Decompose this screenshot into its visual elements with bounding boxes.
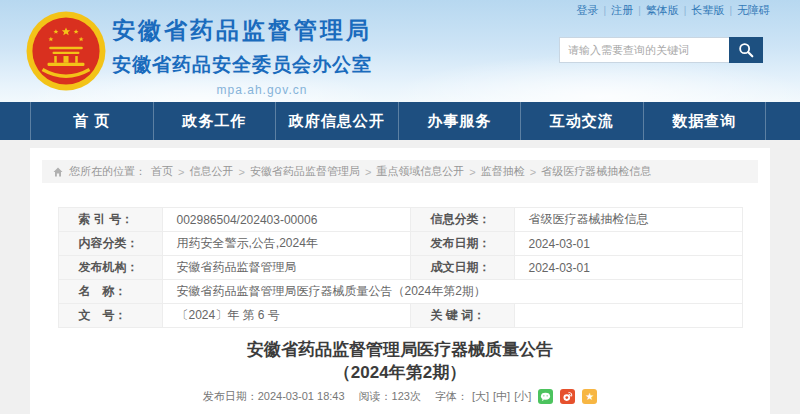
breadcrumb-item-home[interactable]: 首页 [151,164,173,179]
nav-item-interaction[interactable]: 互动交流 [520,102,643,140]
search-icon [737,41,755,59]
weibo-share-icon[interactable] [560,389,575,404]
document-name-label: 名 称： [58,280,162,304]
search-bar [559,37,763,63]
site-domain: mpa.ah.gov.cn [112,83,412,97]
content-panel: 您所在的位置： 首页 > 信息公开 > 安徽省药品监督管理局 > 重点领域信息公… [30,148,770,414]
issuing-agency-value: 安徽省药品监督管理局 [162,256,410,280]
article-meta: 发布日期：2024-03-01 18:43 阅读：123次 字体： [大] [中… [30,389,770,404]
nav-item-home[interactable]: 首 页 [30,102,153,140]
accessibility-link[interactable]: 无障碍 [737,3,770,18]
nav-item-info-disclosure[interactable]: 政府信息公开 [275,102,398,140]
article-title: 安徽省药品监督管理局医疗器械质量公告 （2024年第2期） [30,338,770,384]
info-table: 索 引 号： 002986504/202403-00006 信息分类： 省级医疗… [58,207,743,328]
written-date-value: 2024-03-01 [514,256,742,280]
info-category-label: 信息分类： [410,208,514,232]
font-size-large-button[interactable]: [大] [472,389,489,404]
national-emblem-logo [24,7,108,95]
breadcrumb-separator: > [238,166,244,178]
publish-date-label: 发布日期： [410,232,514,256]
breadcrumb-separator: > [365,166,371,178]
login-link[interactable]: 登录 [577,3,599,18]
view-count: 阅读：123次 [359,389,421,404]
table-row: 名 称： 安徽省药品监督管理局医疗器械质量公告（2024年第2期） [58,280,742,304]
traditional-chinese-link[interactable]: 繁体版 [646,3,679,18]
breadcrumb-separator: > [469,166,475,178]
issuing-agency-label: 发布机构： [58,256,162,280]
site-subtitle: 安徽省药品安全委员会办公室 [112,52,412,78]
written-date-label: 成文日期： [410,256,514,280]
breadcrumb-item-inspection[interactable]: 监督抽检 [481,164,525,179]
keywords-label: 关 键 词： [410,304,514,328]
font-size-small-button[interactable]: [小] [514,389,531,404]
nav-item-services[interactable]: 办事服务 [398,102,521,140]
separator: | [638,5,641,16]
table-row: 文 号： 〔2024〕年 第 6 号 关 键 词： [58,304,742,328]
content-category-value: 用药安全警示,公告,2024年 [162,232,410,256]
table-row: 内容分类： 用药安全警示,公告,2024年 发布日期： 2024-03-01 [58,232,742,256]
article-title-line1: 安徽省药品监督管理局医疗器械质量公告 [30,338,770,361]
font-size-medium-button[interactable]: [中] [493,389,510,404]
nav-item-government-work[interactable]: 政务工作 [153,102,276,140]
site-title: 安徽省药品监督管理局 [112,15,412,46]
nav-item-data-query[interactable]: 数据查询 [643,102,767,140]
article-title-line2: （2024年第2期） [30,361,770,384]
register-link[interactable]: 注册 [611,3,633,18]
index-number-value: 002986504/202403-00006 [162,208,410,232]
separator: | [729,5,732,16]
font-size-label: 字体： [435,389,468,404]
breadcrumb-prefix: 您所在的位置： [69,164,146,179]
search-input[interactable] [559,37,729,63]
breadcrumb: 您所在的位置： 首页 > 信息公开 > 安徽省药品监督管理局 > 重点领域信息公… [42,160,758,183]
site-identity: 安徽省药品监督管理局 安徽省药品安全委员会办公室 mpa.ah.gov.cn [112,15,412,97]
document-number-value: 〔2024〕年 第 6 号 [162,304,410,328]
wechat-share-icon[interactable] [538,389,553,404]
favorite-star-icon[interactable]: ★ [582,389,597,404]
breadcrumb-item-info-disclosure[interactable]: 信息公开 [189,164,233,179]
document-number-label: 文 号： [58,304,162,328]
document-name-value: 安徽省药品监督管理局医疗器械质量公告（2024年第2期） [162,280,742,304]
publish-datetime: 发布日期：2024-03-01 18:43 [203,389,345,404]
home-icon [52,166,64,178]
content-area: 您所在的位置： 首页 > 信息公开 > 安徽省药品监督管理局 > 重点领域信息公… [0,140,800,414]
separator: | [604,5,607,16]
index-number-label: 索 引 号： [58,208,162,232]
separator: | [684,5,687,16]
search-button[interactable] [729,37,763,63]
keywords-value [514,304,742,328]
info-category-value: 省级医疗器械抽检信息 [514,208,742,232]
page: 登录 | 注册 | 繁体版 | 长辈版 | 无障碍 [0,0,800,414]
top-links: 登录 | 注册 | 繁体版 | 长辈版 | 无障碍 [577,3,770,18]
site-header: 登录 | 注册 | 繁体版 | 长辈版 | 无障碍 [0,0,800,102]
table-row: 发布机构： 安徽省药品监督管理局 成文日期： 2024-03-01 [58,256,742,280]
breadcrumb-separator: > [178,166,184,178]
breadcrumb-item-device-info[interactable]: 省级医疗器械抽检信息 [541,164,651,179]
senior-version-link[interactable]: 长辈版 [691,3,724,18]
breadcrumb-separator: > [530,166,536,178]
table-row: 索 引 号： 002986504/202403-00006 信息分类： 省级医疗… [58,208,742,232]
breadcrumb-item-key-areas[interactable]: 重点领域信息公开 [376,164,464,179]
breadcrumb-item-agency[interactable]: 安徽省药品监督管理局 [250,164,360,179]
publish-date-value: 2024-03-01 [514,232,742,256]
content-category-label: 内容分类： [58,232,162,256]
main-nav: 首 页 政务工作 政府信息公开 办事服务 互动交流 数据查询 [0,102,800,140]
